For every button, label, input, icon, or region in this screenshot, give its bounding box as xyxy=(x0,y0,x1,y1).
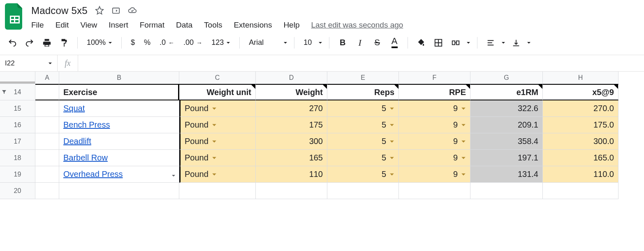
percent-button[interactable]: % xyxy=(141,38,153,47)
cell[interactable] xyxy=(470,183,543,199)
dropdown-caret-icon[interactable] xyxy=(461,156,466,160)
cell[interactable] xyxy=(35,117,59,133)
cell-weight[interactable]: 110 xyxy=(256,166,327,183)
col-header-A[interactable]: A xyxy=(35,72,59,84)
caret-down-icon[interactable] xyxy=(318,40,322,46)
font-size-select[interactable]: 10 xyxy=(301,38,314,47)
cell[interactable] xyxy=(399,183,470,199)
col-header-C[interactable]: C xyxy=(179,72,256,84)
strikethrough-button[interactable]: S xyxy=(371,36,384,49)
menu-help[interactable]: Help xyxy=(283,20,299,30)
cell-exercise[interactable]: Barbell Row xyxy=(59,150,179,166)
cell-x5[interactable]: 110.0 xyxy=(543,166,619,183)
cell-exercise[interactable]: Deadlift xyxy=(59,133,179,150)
cell-x5[interactable]: 165.0 xyxy=(543,150,619,166)
cell[interactable] xyxy=(35,133,59,150)
cell[interactable] xyxy=(35,84,59,100)
borders-button[interactable] xyxy=(432,36,445,49)
menu-data[interactable]: Data xyxy=(176,20,192,30)
v-align-button[interactable] xyxy=(510,36,523,49)
cell-e1rm[interactable]: 358.4 xyxy=(470,133,543,150)
cell-e1rm[interactable]: 131.4 xyxy=(470,166,543,183)
star-icon[interactable] xyxy=(95,6,104,16)
cell-unit[interactable]: Pound xyxy=(179,150,256,166)
col-header-F[interactable]: F xyxy=(399,72,470,84)
col-header-G[interactable]: G xyxy=(470,72,543,84)
redo-button[interactable] xyxy=(23,36,36,49)
cell-header-weight[interactable]: Weight xyxy=(256,84,327,100)
cell-reps[interactable]: 5 xyxy=(327,117,399,133)
cell[interactable] xyxy=(543,183,619,199)
dec-decrease-button[interactable]: .0← xyxy=(157,38,177,47)
cell-x5[interactable]: 270.0 xyxy=(543,100,619,117)
last-edit-link[interactable]: Last edit was seconds ago xyxy=(311,21,403,30)
row-header[interactable]: 15 xyxy=(0,100,35,117)
cell-reps[interactable]: 5 xyxy=(327,100,399,117)
dropdown-caret-icon[interactable] xyxy=(461,106,466,111)
cell-weight[interactable]: 165 xyxy=(256,150,327,166)
move-icon[interactable] xyxy=(111,6,120,16)
row-header[interactable]: 16 xyxy=(0,117,35,133)
merge-cells-button[interactable] xyxy=(449,36,462,49)
text-color-button[interactable]: A xyxy=(388,36,401,49)
row-header[interactable]: 19 xyxy=(0,166,35,183)
print-button[interactable] xyxy=(40,36,53,49)
cell-reps[interactable]: 5 xyxy=(327,150,399,166)
cell-header-rpe[interactable]: RPE xyxy=(399,84,470,100)
cell-e1rm[interactable]: 209.1 xyxy=(470,117,543,133)
dropdown-caret-icon[interactable] xyxy=(212,172,217,177)
caret-down-icon[interactable] xyxy=(466,40,470,46)
cell-weight[interactable]: 175 xyxy=(256,117,327,133)
menu-tools[interactable]: Tools xyxy=(204,20,222,30)
menu-format[interactable]: Format xyxy=(140,20,164,30)
app-logo[interactable] xyxy=(3,3,26,30)
currency-button[interactable]: $ xyxy=(128,38,137,47)
row-header-20[interactable]: 20 xyxy=(0,183,35,199)
cell-header-e1rm[interactable]: e1RM xyxy=(470,84,543,100)
cell-exercise[interactable]: Squat xyxy=(59,100,179,117)
cell-rpe[interactable]: 9 xyxy=(399,117,470,133)
col-header-H[interactable]: H xyxy=(543,72,619,84)
dropdown-caret-icon[interactable] xyxy=(212,123,217,128)
cell-header-x5[interactable]: x5@9 xyxy=(543,84,619,100)
dropdown-caret-icon[interactable] xyxy=(461,139,466,144)
cell-reps[interactable]: 5 xyxy=(327,166,399,183)
select-all-corner[interactable] xyxy=(0,72,35,84)
cell-rpe[interactable]: 9 xyxy=(399,166,470,183)
cell[interactable] xyxy=(35,183,59,199)
dropdown-caret-icon[interactable] xyxy=(389,156,394,160)
cell-header-reps[interactable]: Reps xyxy=(327,84,399,100)
row-header[interactable]: 17 xyxy=(0,133,35,150)
cloud-saved-icon[interactable] xyxy=(128,6,137,16)
menu-extensions[interactable]: Extensions xyxy=(234,20,272,30)
cell-unit[interactable]: Pound xyxy=(179,133,256,150)
cell[interactable] xyxy=(179,183,256,199)
menu-file[interactable]: File xyxy=(31,20,44,30)
filter-icon[interactable] xyxy=(2,88,7,96)
cell-unit[interactable]: Pound xyxy=(179,100,256,117)
number-format-button[interactable]: 123 xyxy=(209,38,233,47)
dropdown-caret-icon[interactable] xyxy=(389,123,394,128)
caret-down-icon[interactable] xyxy=(283,40,287,46)
font-family-select[interactable]: Arial xyxy=(246,38,279,47)
col-header-E[interactable]: E xyxy=(327,72,399,84)
cell-rpe[interactable]: 9 xyxy=(399,133,470,150)
cell-header-unit[interactable]: Weight unit xyxy=(179,84,256,100)
row-header-14[interactable]: 14 xyxy=(0,84,35,100)
name-box[interactable]: I22 xyxy=(0,55,58,71)
cell-exercise[interactable]: Overhead Press xyxy=(59,166,179,183)
dropdown-caret-icon[interactable] xyxy=(389,139,394,144)
cell[interactable] xyxy=(35,100,59,117)
filter-icon[interactable] xyxy=(171,171,176,181)
cell-unit[interactable]: Pound xyxy=(179,117,256,133)
dropdown-caret-icon[interactable] xyxy=(461,172,466,177)
h-align-button[interactable] xyxy=(484,36,497,49)
menu-edit[interactable]: Edit xyxy=(56,20,69,30)
menu-view[interactable]: View xyxy=(80,20,97,30)
cell-x5[interactable]: 300.0 xyxy=(543,133,619,150)
cell-exercise[interactable]: Bench Press xyxy=(59,117,179,133)
cell-weight[interactable]: 270 xyxy=(256,100,327,117)
cell-x5[interactable]: 175.0 xyxy=(543,117,619,133)
cell-unit[interactable]: Pound xyxy=(179,166,256,183)
cell-rpe[interactable]: 9 xyxy=(399,150,470,166)
